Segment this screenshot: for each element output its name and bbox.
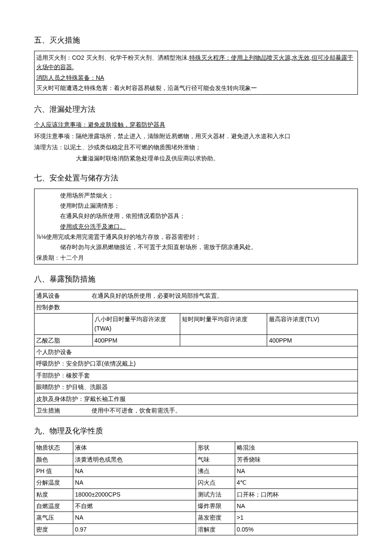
- section-7-title: 七、安全处置与储存方法: [34, 172, 358, 184]
- prop-label: 闪火点: [196, 477, 235, 488]
- resp-protection: 呼吸防护：安全防护口罩(依情况戴上): [35, 358, 358, 369]
- row-control-params: 控制参数: [35, 302, 358, 313]
- prop-value: 淡黄透明色或黑色: [73, 453, 196, 465]
- section-6-body: 个人应该注意事项：避免皮肤接触，穿着防护器具 环境注意事项：隔绝泄露场所，禁止进…: [34, 120, 358, 163]
- col-tlv: 最高容许浓度(TLV): [267, 313, 358, 334]
- prop-label: 粘度: [35, 488, 73, 500]
- prop-label: 分解温度: [35, 477, 73, 488]
- prop-value: 18000±2000CPS: [73, 488, 196, 500]
- section-6-title: 六、泄漏处理方法: [34, 103, 358, 116]
- prop-value: 0.05%: [235, 523, 357, 535]
- section-7-box: 使用场所严禁烟火； 使用时防止漏滴情形； 在通风良好的场所使用，依照情况看防护器…: [34, 189, 358, 265]
- prop-value: NA: [73, 477, 196, 488]
- s7-l5: ⅞⅛使用完或未用完需置于通风良好的地方存放，容器需密封；: [36, 232, 356, 241]
- ppe-header: 个人防护设备: [35, 346, 358, 358]
- s7-l4: 使用或充分洗手及漱口。: [36, 222, 356, 231]
- row-ventilation: 通风设备 在通风良好的场所使用，必要时设局部排气装置。: [35, 290, 358, 302]
- table-row: 颜色淡黄透明色或黑色气味芳香烧味: [35, 453, 358, 465]
- hyg-label: 卫生措施: [36, 406, 90, 415]
- hyg-value: 使用中不可进食，饮食前需洗手。: [92, 407, 181, 414]
- ctrl-label: 控制参数: [35, 302, 358, 313]
- prop-label: 自燃温度: [35, 500, 73, 512]
- prop-value: NA: [73, 512, 196, 523]
- prop-label: 密度: [35, 523, 73, 535]
- hand-protection: 手部防护：橡胶手套: [35, 369, 358, 381]
- prop-value: 略混浊: [235, 442, 357, 453]
- s6-line2: 环境注意事项：隔绝泄露场所，禁止进入，清除附近易燃物，用灭火器材．避免进入水道和…: [34, 131, 358, 141]
- col-twa: 八小时日时量平均容许浓度(TWA): [92, 313, 180, 334]
- prop-value: NA: [235, 500, 357, 512]
- chem-tlv: 400PPM: [267, 334, 358, 346]
- table-row: 蒸气压NA蒸发密度>1: [35, 512, 358, 523]
- prop-value: >1: [235, 512, 357, 523]
- s5-line3: 灭火时可能遭遇之特殊危害：着火时容器易破裂，沿蒸气行径可能会发生转向现象一: [36, 83, 356, 93]
- prop-value: 0.97: [73, 523, 196, 535]
- table-row: 物质状态液体形状略混浊: [35, 442, 358, 453]
- vent-value: 在通风良好的场所使用，必要时设局部排气装置。: [92, 292, 223, 299]
- prop-label: PH 值: [35, 465, 73, 477]
- s5-line1: 适用灭火剂：CO2 灭火剂、化学干粉灭火剂、洒精型泡沫.特殊灭火程序：使用上列物…: [36, 53, 356, 72]
- s6-line4: 大量溢漏时联络消防紧急处理单位及供应商以求协助。: [34, 154, 358, 163]
- prop-label: 蒸发密度: [196, 512, 235, 523]
- prop-label: 物质状态: [35, 442, 73, 453]
- s7-l1: 使用场所严禁烟火；: [36, 191, 356, 200]
- row-headers: 八小时日时量平均容许浓度(TWA) 短时间时量平均容许浓度 最高容许浓度(TLV…: [35, 313, 358, 334]
- section-9-table: 物质状态液体形状略混浊颜色淡黄透明色或黑色气味芳香烧味PH 值NA沸点NA分解温…: [34, 442, 358, 535]
- chem-twa: 400PPM: [92, 334, 180, 346]
- prop-value: 不自燃: [73, 500, 196, 512]
- table-row: 分解温度NA闪火点4℃: [35, 477, 358, 488]
- table-row: PH 值NA沸点NA: [35, 465, 358, 477]
- prop-value: NA: [235, 465, 357, 477]
- section-8-title: 八、暴露预防措施: [34, 273, 358, 285]
- s5-line2: 消防人员之特殊装备：NA: [36, 73, 356, 82]
- prop-value: NA: [73, 465, 196, 477]
- prop-value: 4℃: [235, 477, 357, 488]
- col-stel: 短时间时量平均容许浓度: [180, 313, 267, 334]
- s6-line1: 个人应该注意事项：避免皮肤接触，穿着防护器具: [34, 120, 358, 129]
- prop-label: 溶解度: [196, 523, 235, 535]
- row-ethyl-acetate: 乙酸乙脂 400PPM 400PPM: [35, 334, 358, 346]
- s7-l6: 储存时勿与火源易燃物接近，不可置于太阳直射场所，需放于阴凉通风处。: [36, 242, 356, 252]
- prop-label: 沸点: [196, 465, 235, 477]
- section-5-box: 适用灭火剂：CO2 灭火剂、化学干粉灭火剂、洒精型泡沫.特殊灭火程序：使用上列物…: [34, 51, 358, 95]
- table-row: 自燃温度不自燃爆炸界限NA: [35, 500, 358, 512]
- prop-label: 颜色: [35, 453, 73, 465]
- prop-value: 芳香烧味: [235, 453, 357, 465]
- chem-name: 乙酸乙脂: [35, 334, 93, 346]
- s7-l3: 在通风良好的场所使用，依照情况看防护器具；: [36, 211, 356, 221]
- s6-line3: 清理方法：以泥土、沙或类似稳定且不可燃的物质围堵外泄物；: [34, 142, 358, 152]
- prop-value: 口开杯；口闭杯: [235, 488, 357, 500]
- prop-label: 蒸气压: [35, 512, 73, 523]
- row-hygiene: 卫生措施 使用中不可进食，饮食前需洗手。: [35, 404, 358, 416]
- table-row: 密度0.97溶解度0.05%: [35, 523, 358, 535]
- chem-stel: [180, 334, 267, 346]
- vent-label: 通风设备: [36, 291, 90, 300]
- prop-label: 气味: [196, 453, 235, 465]
- section-8-table: 通风设备 在通风良好的场所使用，必要时设局部排气装置。 控制参数 八小时日时量平…: [34, 290, 358, 416]
- prop-label: 形状: [196, 442, 235, 453]
- skin-protection: 皮肤及身体防护：穿戴长袖工作服: [35, 393, 358, 404]
- section-9-title: 九、物理及化学性质: [34, 425, 358, 437]
- s7-l7: 保质期：十二个月: [36, 253, 356, 262]
- eye-protection: 眼睛防护：护目镜、洗眼器: [35, 381, 358, 393]
- s5-l1a: 适用灭火剂：CO2 灭火剂、化学干粉灭火剂、洒精型泡沫.: [36, 54, 189, 61]
- section-5-title: 五、灭火措施: [34, 34, 358, 46]
- prop-label: 爆炸界限: [196, 500, 235, 512]
- prop-label: 测试方法: [196, 488, 235, 500]
- table-row: 粘度18000±2000CPS测试方法口开杯；口闭杯: [35, 488, 358, 500]
- s7-l2: 使用时防止漏滴情形；: [36, 201, 356, 210]
- prop-value: 液体: [73, 442, 196, 453]
